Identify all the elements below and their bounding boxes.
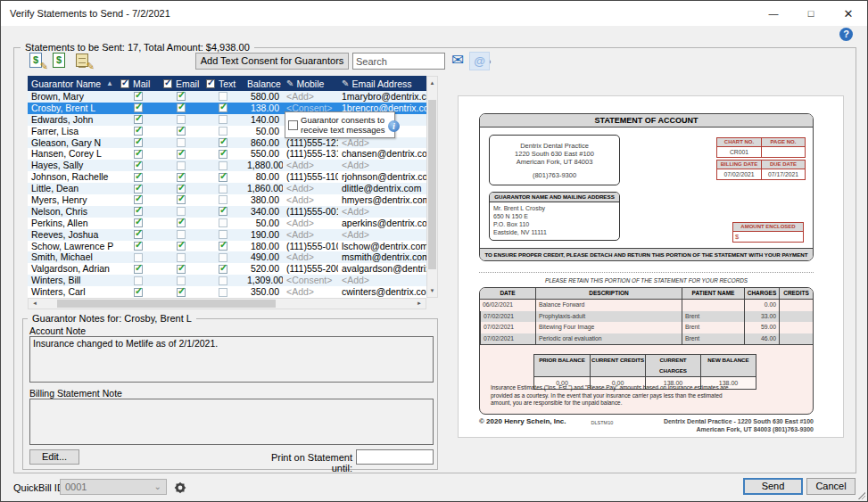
consent-checkbox[interactable] xyxy=(288,120,298,130)
mail-checkbox[interactable] xyxy=(134,276,143,285)
column-header-guarantor-name[interactable]: Guarantor Name ▲ xyxy=(28,76,117,91)
scroll-left-icon[interactable]: ◄ xyxy=(29,299,40,309)
mobile-cell[interactable]: (111)555-1311 xyxy=(283,148,338,160)
email-checkbox[interactable]: ✓ xyxy=(177,218,186,227)
text-checkbox[interactable] xyxy=(219,218,227,227)
mobile-cell[interactable]: (111)555-2000 xyxy=(283,263,338,275)
mobile-cell[interactable]: (111)555-0101 xyxy=(283,241,338,252)
add-text-consent-button[interactable]: Add Text Consent for Guarantors xyxy=(195,53,349,70)
mobile-cell[interactable]: (111)555-1212 xyxy=(283,137,338,149)
mail-checkbox[interactable]: ✓ xyxy=(134,265,143,274)
guarantor-row[interactable]: Johnson, Rachelle✓✓✓80.00(111)555-1101rj… xyxy=(28,171,426,183)
text-checkbox[interactable] xyxy=(219,253,227,262)
email-checkbox[interactable] xyxy=(177,230,186,239)
email-address-cell[interactable]: lschow@dentrix.com xyxy=(338,241,426,252)
column-header-mobile[interactable]: ✎ Mobile xyxy=(283,76,338,91)
email-address-cell[interactable]: hmyers@dentrix.com xyxy=(338,194,426,206)
email-checkbox[interactable]: ✓ xyxy=(177,265,186,274)
text-checkbox[interactable] xyxy=(219,92,227,101)
email-checkbox[interactable] xyxy=(177,276,186,285)
horizontal-scroll-thumb[interactable] xyxy=(57,300,276,308)
mail-checkbox[interactable]: ✓ xyxy=(134,127,143,136)
send-button[interactable]: Send xyxy=(743,478,803,495)
horizontal-scrollbar[interactable]: ◄ ► xyxy=(28,298,426,309)
text-checkbox[interactable] xyxy=(219,115,227,124)
print-until-input[interactable] xyxy=(356,449,434,465)
scroll-down-icon[interactable]: ▼ xyxy=(427,285,437,296)
mobile-cell[interactable]: <Consent> xyxy=(283,275,338,286)
guarantor-row[interactable]: Little, Dean✓✓1,860.00<Add>dlittle@dentr… xyxy=(28,183,426,194)
email-address-cell[interactable]: chansen@dentrix.com xyxy=(338,148,426,160)
close-button[interactable]: ✕ xyxy=(830,1,867,26)
email-checkbox[interactable] xyxy=(177,138,186,147)
cancel-button[interactable]: Cancel xyxy=(806,478,856,495)
mobile-cell[interactable]: (111)555-1101 xyxy=(283,171,338,183)
mail-checkbox[interactable]: ✓ xyxy=(134,185,143,193)
text-checkbox[interactable] xyxy=(219,185,227,193)
guarantor-row[interactable]: Myers, Henry✓✓380.00<Add>hmyers@dentrix.… xyxy=(28,194,426,206)
text-checkbox[interactable]: ✓ xyxy=(219,173,227,182)
maximize-button[interactable]: □ xyxy=(792,1,830,26)
minimize-button[interactable]: — xyxy=(755,1,792,26)
edit-button[interactable]: Edit... xyxy=(29,449,79,465)
email-address-cell[interactable]: <Add> xyxy=(338,275,426,286)
email-master-checkbox[interactable]: ✓ xyxy=(163,79,172,88)
guarantor-row[interactable]: Smith, Michael490.00<Add>msmith@dentrix.… xyxy=(28,251,426,263)
text-checkbox[interactable] xyxy=(219,288,227,297)
mobile-cell[interactable]: (111)555-0011 xyxy=(283,206,338,218)
email-address-cell[interactable]: avalgardson@dentrix... xyxy=(338,263,426,275)
mobile-cell[interactable]: <Add> xyxy=(283,183,338,194)
mail-checkbox[interactable]: ✓ xyxy=(134,195,143,204)
mail-delivery-icon[interactable]: ✉ xyxy=(451,52,464,70)
text-checkbox[interactable]: ✓ xyxy=(219,103,227,112)
resize-grip[interactable] xyxy=(858,492,865,499)
account-note-field[interactable]: Insurance changed to Metlife as of 2/1/2… xyxy=(29,336,434,383)
email-address-cell[interactable]: <Add> xyxy=(338,160,426,171)
edit-billing-statement-icon[interactable]: $ ✎ xyxy=(28,52,45,70)
column-header-text[interactable]: ✓ Text xyxy=(203,76,244,91)
vertical-scrollbar[interactable]: ▲ ▼ xyxy=(426,76,438,298)
email-checkbox[interactable] xyxy=(177,253,186,262)
text-checkbox[interactable]: ✓ xyxy=(219,150,227,159)
billing-statement-icon[interactable]: $ xyxy=(51,52,69,70)
email-address-cell[interactable]: <Add> xyxy=(338,206,426,218)
text-checkbox[interactable]: ✓ xyxy=(219,242,227,251)
mail-master-checkbox[interactable]: ✓ xyxy=(120,79,129,88)
mobile-cell[interactable]: <Add> xyxy=(283,160,338,171)
text-checkbox[interactable] xyxy=(219,195,227,204)
email-address-cell[interactable]: aperkins@dentrix.com xyxy=(338,218,426,229)
text-checkbox[interactable]: ✓ xyxy=(219,207,227,216)
help-icon[interactable]: ? xyxy=(839,28,853,41)
mail-checkbox[interactable]: ✓ xyxy=(134,92,143,101)
mail-checkbox[interactable]: ✓ xyxy=(134,150,143,159)
mobile-cell[interactable]: <Add> xyxy=(283,251,338,263)
info-icon[interactable]: i xyxy=(388,120,400,132)
mobile-cell[interactable]: <Add> xyxy=(283,194,338,206)
text-checkbox[interactable]: ✓ xyxy=(219,265,227,274)
email-checkbox[interactable] xyxy=(177,115,186,124)
email-checkbox[interactable]: ✓ xyxy=(177,150,186,159)
email-checkbox[interactable] xyxy=(177,161,186,170)
column-header-email[interactable]: ✓ Email xyxy=(160,76,203,91)
mail-checkbox[interactable]: ✓ xyxy=(134,138,143,147)
mail-checkbox[interactable]: ✓ xyxy=(134,115,143,124)
guarantor-row[interactable]: Valgardson, Adrian✓✓✓520.00(111)555-2000… xyxy=(28,263,426,275)
email-checkbox[interactable]: ✓ xyxy=(177,242,186,251)
mail-checkbox[interactable]: ✓ xyxy=(134,288,143,297)
email-address-cell[interactable]: <Add> xyxy=(338,229,426,241)
vertical-scroll-thumb[interactable] xyxy=(428,100,436,269)
mail-checkbox[interactable]: ✓ xyxy=(134,173,143,182)
text-checkbox[interactable] xyxy=(219,161,227,170)
mail-checkbox[interactable]: ✓ xyxy=(134,218,143,227)
guarantor-row[interactable]: Winters, Bill1,309.00<Consent><Add> xyxy=(28,275,426,286)
email-checkbox[interactable]: ✓ xyxy=(177,92,186,101)
email-address-cell[interactable]: msmith@dentrix.com xyxy=(338,251,426,263)
email-checkbox[interactable] xyxy=(177,207,186,216)
scroll-right-icon[interactable]: ► xyxy=(414,299,425,309)
column-header-balance[interactable]: Balance xyxy=(244,76,283,91)
email-address-cell[interactable]: 1marybro@dentrix.com xyxy=(338,91,426,103)
email-address-cell[interactable]: rjohnson@dentrix.com xyxy=(338,171,426,183)
email-address-cell[interactable]: cwinters@dentrix.com xyxy=(338,286,426,298)
text-checkbox[interactable] xyxy=(219,276,227,285)
column-header-email-address[interactable]: ✎ Email Address xyxy=(338,76,426,91)
